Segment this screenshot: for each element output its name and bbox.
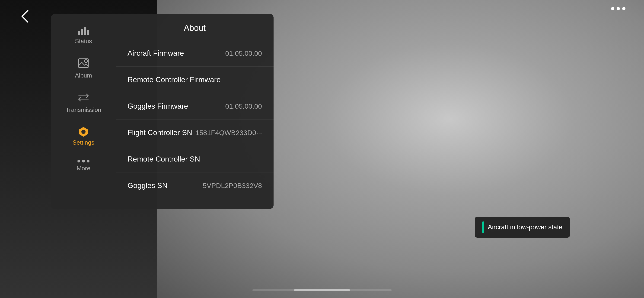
svg-point-1 — [84, 60, 88, 63]
scroll-indicator — [252, 289, 392, 291]
flight-controller-sn-label: Flight Controller SN — [128, 128, 192, 137]
panel-item-aircraft-firmware[interactable]: Aircraft Firmware 01.05.00.00 — [116, 40, 274, 67]
sidebar-item-more-label: More — [76, 165, 90, 172]
battery-sn-label: Battery SN — [128, 208, 164, 209]
panel-item-rc-firmware[interactable]: Remote Controller Firmware — [116, 67, 274, 93]
goggles-sn-label: Goggles SN — [128, 181, 168, 190]
goggles-sn-value: 5VPDL2P0B332V8 — [203, 182, 262, 190]
panel-item-flight-controller-sn[interactable]: Flight Controller SN 1581F4QWB233D0··· — [116, 120, 274, 146]
sidebar-item-settings-label: Settings — [72, 139, 94, 146]
panel-item-rc-sn[interactable]: Remote Controller SN — [116, 146, 274, 172]
more-dot-1 — [78, 160, 80, 162]
back-button[interactable] — [16, 7, 35, 26]
about-panel: About Aircraft Firmware 01.05.00.00 Remo… — [116, 14, 274, 209]
dots-menu-button[interactable] — [611, 7, 626, 10]
more-dot-3 — [87, 160, 90, 162]
bar-chart-icon — [78, 27, 89, 35]
aircraft-status-notification: Aircraft in low-power state — [475, 217, 570, 238]
goggles-firmware-value: 01.05.00.00 — [225, 102, 262, 110]
dot-3 — [622, 7, 626, 10]
sidebar-item-more[interactable]: More — [51, 154, 116, 178]
scroll-thumb — [294, 289, 350, 291]
sidebar-item-album-label: Album — [75, 72, 92, 79]
dot-1 — [611, 7, 614, 10]
settings-icon — [78, 127, 88, 137]
sidebar-item-transmission-label: Transmission — [66, 106, 101, 114]
rc-firmware-label: Remote Controller Firmware — [128, 75, 221, 84]
goggles-firmware-label: Goggles Firmware — [128, 102, 188, 111]
panel-item-goggles-firmware[interactable]: Goggles Firmware 01.05.00.00 — [116, 93, 274, 120]
panel-title: About — [116, 14, 274, 40]
sidebar-item-status-label: Status — [75, 38, 92, 45]
more-icon — [78, 160, 90, 162]
panel-item-battery-sn[interactable]: Battery SN 4YPXK7PFG000UM — [116, 199, 274, 209]
more-dot-2 — [82, 160, 85, 162]
flight-controller-sn-value: 1581F4QWB233D0··· — [196, 129, 262, 137]
album-icon — [78, 58, 89, 70]
aircraft-firmware-label: Aircraft Firmware — [128, 49, 184, 58]
dot-2 — [617, 7, 620, 10]
rc-sn-label: Remote Controller SN — [128, 155, 200, 163]
sidebar-item-transmission[interactable]: Transmission — [51, 87, 116, 119]
status-indicator-bar — [482, 221, 484, 233]
sidebar: Status Album Transmission Sett — [51, 14, 116, 209]
battery-sn-value: 4YPXK7PFG000UM — [199, 208, 262, 209]
panel-list: Aircraft Firmware 01.05.00.00 Remote Con… — [116, 40, 274, 209]
sidebar-item-status[interactable]: Status — [51, 21, 116, 50]
sidebar-item-settings[interactable]: Settings — [51, 121, 116, 152]
aircraft-firmware-value: 01.05.00.00 — [225, 50, 262, 57]
panel-item-goggles-sn[interactable]: Goggles SN 5VPDL2P0B332V8 — [116, 172, 274, 199]
sidebar-item-album[interactable]: Album — [51, 53, 116, 85]
transmission-icon — [78, 93, 89, 104]
aircraft-status-text: Aircraft in low-power state — [488, 223, 562, 231]
